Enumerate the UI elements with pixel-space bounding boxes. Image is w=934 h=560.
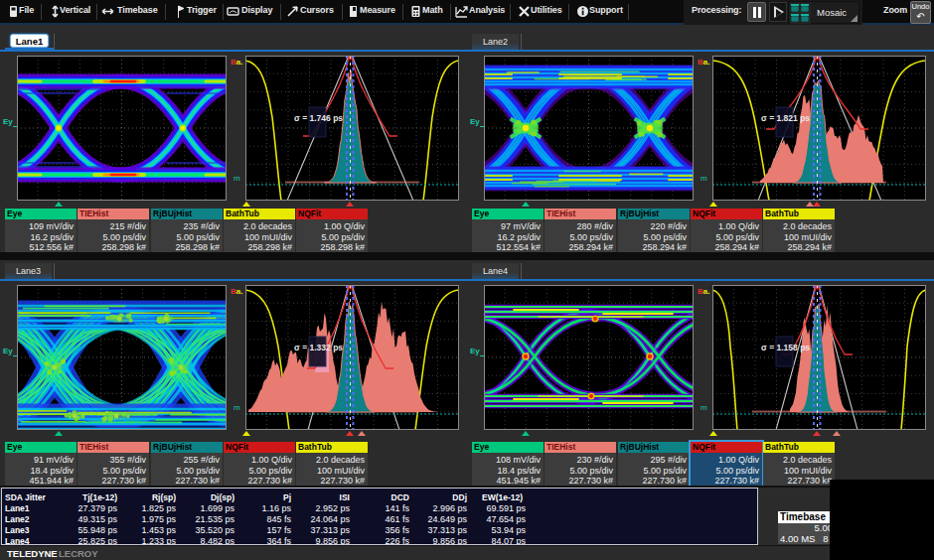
- svg-text:σ = 1.158 ps: σ = 1.158 ps: [761, 343, 810, 352]
- svg-text:σ = 1.332 ps: σ = 1.332 ps: [294, 343, 343, 352]
- svg-text:σ = 1.821 ps: σ = 1.821 ps: [761, 113, 810, 123]
- svg-text:σ = 1.746 ps: σ = 1.746 ps: [294, 113, 343, 123]
